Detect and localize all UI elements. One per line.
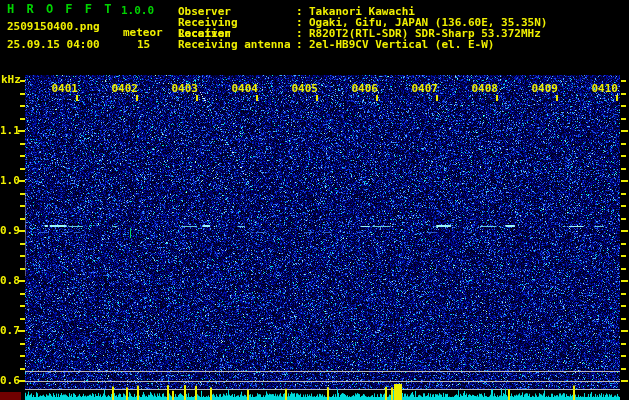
time-tick-label: 0407 — [406, 83, 438, 94]
file-name: 2509150400.png — [7, 21, 100, 32]
info-value: 2el-HB9CV Vertical (el. E-W) — [309, 39, 494, 50]
meteor-count: 15 — [137, 39, 150, 50]
time-tick-label: 0404 — [226, 83, 258, 94]
time-tick-label: 0401 — [46, 83, 78, 94]
label-layer: H R O F F T 1.0.0 2509150400.png meteor … — [0, 0, 629, 400]
info-label: Receiving antenna — [178, 39, 296, 50]
khz-unit-label: kHz — [1, 74, 21, 85]
app-title: H R O F F T — [7, 4, 114, 15]
header-info: Observer:Takanori Kawachi Receiving Loca… — [178, 6, 547, 50]
freq-tick-label: 0.6 — [0, 375, 18, 386]
freq-tick-label: 1.1 — [0, 125, 18, 136]
time-tick-label: 0406 — [346, 83, 378, 94]
mode-label: meteor — [123, 27, 163, 38]
freq-tick-label: 0.7 — [0, 325, 18, 336]
time-tick-label: 0403 — [166, 83, 198, 94]
info-separator: : — [296, 39, 309, 50]
freq-tick-label: 0.9 — [0, 225, 18, 236]
time-tick-label: 0408 — [466, 83, 498, 94]
freq-tick-label: 0.8 — [0, 275, 18, 286]
freq-tick-label: 1.0 — [0, 175, 18, 186]
hrofft-screen: H R O F F T 1.0.0 2509150400.png meteor … — [0, 0, 629, 400]
time-tick-label: 0402 — [106, 83, 138, 94]
app-version: 1.0.0 — [121, 5, 154, 16]
time-tick-label: 0410 — [586, 83, 618, 94]
time-tick-label: 0405 — [286, 83, 318, 94]
time-tick-label: 0409 — [526, 83, 558, 94]
datetime-label: 25.09.15 04:00 — [7, 39, 100, 50]
info-row: Receiving antenna:2el-HB9CV Vertical (el… — [178, 39, 547, 50]
